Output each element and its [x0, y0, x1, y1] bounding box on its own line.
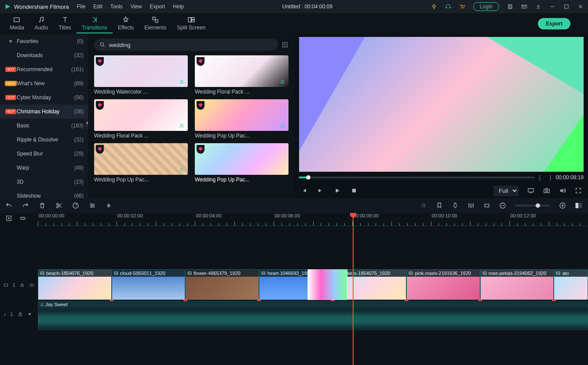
lock-icon[interactable] — [20, 282, 25, 288]
tab-media[interactable]: Media — [4, 14, 29, 33]
asset-card[interactable]: Wedding Pop Up Pac... — [195, 99, 289, 139]
idea-icon[interactable] — [431, 4, 437, 10]
zoom-slider[interactable] — [515, 205, 550, 206]
grid-view-icon[interactable] — [281, 41, 289, 48]
marker-icon[interactable] — [436, 202, 443, 209]
delete-icon[interactable] — [39, 202, 46, 209]
timeline-view-icon[interactable] — [575, 202, 583, 209]
cart-icon[interactable] — [459, 4, 465, 10]
svg-rect-27 — [179, 170, 183, 171]
audio-lane[interactable]: ♫Jay Sweet — [38, 301, 588, 330]
download-icon[interactable] — [178, 165, 185, 172]
menu-view[interactable]: View — [131, 4, 142, 10]
sidebar-item-warp[interactable]: Warp(49) — [0, 161, 88, 175]
eye-icon[interactable] — [29, 282, 34, 288]
link-icon[interactable] — [19, 215, 26, 222]
download-icon[interactable] — [279, 77, 286, 84]
sidebar-item-speed-blur[interactable]: Speed Blur(29) — [0, 147, 88, 161]
tab-audio[interactable]: Audio — [29, 14, 54, 33]
zoom-in-icon[interactable] — [559, 202, 566, 209]
display-icon[interactable] — [527, 187, 534, 194]
svg-point-65 — [410, 273, 410, 273]
sidebar-item-basic[interactable]: Basic(183) — [0, 119, 88, 133]
download-icon[interactable] — [535, 4, 541, 10]
sidebar-item-christmas-holiday[interactable]: HOTChristmas Holiday(38) — [0, 105, 88, 119]
play-icon[interactable] — [334, 188, 340, 194]
mixer-icon[interactable] — [467, 202, 475, 209]
search-box[interactable] — [94, 39, 278, 51]
tab-titles[interactable]: Titles — [53, 14, 76, 33]
asset-card[interactable]: Wedding Floral Pack ... — [195, 55, 289, 95]
snapshot-icon[interactable] — [543, 187, 550, 194]
menu-file[interactable]: File — [77, 4, 85, 10]
sidebar-item-what-s-new[interactable]: NEWWhat's New(89) — [0, 76, 88, 90]
sidebar-item-slideshow[interactable]: Slideshow(66) — [0, 189, 88, 198]
video-clip[interactable]: rose-petals-3194062_1920 — [480, 269, 554, 300]
sidebar-item-3d[interactable]: 3D(23) — [0, 175, 88, 189]
tab-elements[interactable]: Elements — [139, 14, 172, 33]
undo-icon[interactable] — [5, 202, 12, 209]
menu-export[interactable]: Export — [150, 4, 165, 10]
asset-card[interactable]: Wedding Pop Up Pac... — [195, 143, 289, 183]
render-icon[interactable] — [420, 202, 427, 209]
asset-card[interactable]: Wedding Watercolor ... — [94, 55, 188, 95]
speed-icon[interactable] — [72, 202, 79, 209]
menu-help[interactable]: Help — [173, 4, 184, 10]
voiceover-icon[interactable] — [452, 202, 459, 209]
prev-frame-icon[interactable] — [301, 188, 307, 194]
next-frame-icon[interactable] — [318, 188, 324, 194]
mail-icon[interactable] — [521, 4, 527, 10]
scrub-track[interactable] — [299, 177, 535, 178]
transition-clip[interactable] — [307, 269, 347, 300]
maximize-icon[interactable] — [563, 4, 570, 10]
playhead[interactable] — [353, 213, 354, 365]
download-icon[interactable] — [279, 121, 286, 128]
redo-icon[interactable] — [22, 202, 29, 209]
lock-icon[interactable] — [18, 311, 23, 317]
headset-icon[interactable] — [445, 4, 451, 10]
export-button[interactable]: Export — [538, 18, 570, 29]
tab-split-screen[interactable]: Split Screen — [172, 14, 211, 33]
audio-clip[interactable]: ♫Jay Sweet — [38, 301, 588, 330]
adjust-icon[interactable] — [89, 202, 96, 209]
mark-in-icon[interactable]: { — [539, 174, 541, 181]
speaker-icon[interactable] — [27, 311, 33, 317]
video-clip[interactable]: flower-4865379_1920 — [185, 269, 259, 300]
sidebar-item-cyber-monday[interactable]: HOTCyber Monday(56) — [0, 90, 88, 105]
volume-icon[interactable] — [559, 187, 566, 194]
sidebar-item-ripple-dissolve[interactable]: Ripple & Dissolve(32) — [0, 133, 88, 147]
mark-out-icon[interactable]: } — [550, 174, 551, 181]
video-clip[interactable]: cloud-5055011_1920 — [112, 269, 186, 300]
cut-icon[interactable] — [55, 202, 62, 209]
video-lane[interactable]: beach-1854076_1920cloud-5055011_1920flow… — [38, 269, 588, 300]
sidebar-item-recommended[interactable]: HOTRecommended(161) — [0, 62, 88, 76]
video-clip[interactable]: pink-roses-2191636_1920 — [406, 269, 480, 300]
add-track-icon[interactable] — [5, 215, 12, 222]
fullscreen-icon[interactable] — [575, 187, 582, 194]
audio-wave-icon[interactable] — [106, 202, 113, 209]
video-clip[interactable]: beach-1854076_1920 — [38, 269, 112, 300]
preview-quality-select[interactable]: Full — [494, 186, 519, 196]
sidebar-item-favorites[interactable]: ♥Favorites(0) — [0, 34, 88, 48]
minimize-icon[interactable] — [549, 4, 555, 10]
menu-edit[interactable]: Edit — [93, 4, 102, 10]
asset-card[interactable]: Wedding Pop Up Pac... — [94, 143, 188, 183]
stop-icon[interactable] — [351, 188, 357, 194]
menu-tools[interactable]: Tools — [110, 4, 123, 10]
preview-video[interactable] — [299, 37, 584, 172]
download-icon[interactable] — [178, 77, 185, 84]
crop-icon[interactable] — [483, 202, 490, 209]
sidebar-item-downloads[interactable]: Downloads(32) — [0, 48, 88, 62]
video-clip[interactable]: ato — [554, 269, 588, 300]
sidebar-collapse-handle[interactable] — [85, 116, 88, 130]
time-ruler[interactable]: 00:00:00:0000:00:02:0000:00:04:0000:00:0… — [38, 213, 588, 226]
tab-transitions[interactable]: Transitions — [77, 14, 113, 33]
zoom-out-icon[interactable] — [499, 202, 506, 209]
search-input[interactable] — [109, 42, 273, 48]
asset-card[interactable]: Wedding Floral Pack ... — [94, 99, 188, 139]
save-icon[interactable] — [507, 4, 513, 10]
tab-effects[interactable]: Effects — [113, 14, 139, 33]
close-icon[interactable] — [577, 4, 584, 10]
download-icon[interactable] — [178, 121, 185, 128]
login-button[interactable]: Login — [473, 2, 499, 11]
